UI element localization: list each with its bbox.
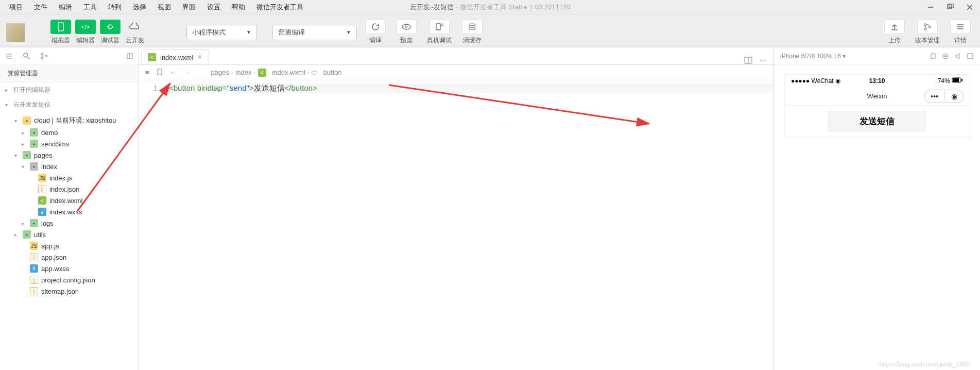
tree-item[interactable]: ▸▪demo (0, 127, 139, 138)
rotate-icon[interactable] (930, 53, 937, 60)
tree-item[interactable]: ▾▪index (0, 161, 139, 172)
collapse-icon[interactable] (126, 53, 133, 60)
capsule-menu-icon[interactable]: ••• (924, 90, 945, 103)
editor-button[interactable]: </> 编辑器 (75, 20, 96, 45)
tree-item-label: project.config.json (41, 276, 95, 284)
editor-label: 编辑器 (76, 36, 95, 45)
crumb-file[interactable]: < index.wxml (258, 69, 305, 77)
tree-item[interactable]: {}index.json (0, 183, 139, 195)
maximize-icon[interactable] (944, 1, 956, 13)
list-icon[interactable] (5, 53, 13, 60)
tree-item[interactable]: JSapp.js (0, 240, 139, 251)
phone-icon (50, 20, 71, 34)
upload-button[interactable]: 上传 (881, 20, 908, 45)
file-icon: ▪ (23, 230, 31, 239)
tree-item-label: index.wxml (49, 197, 82, 205)
crumb-pages[interactable]: pages (211, 69, 229, 77)
close-icon[interactable] (964, 1, 976, 13)
menu-tool[interactable]: 工具 (78, 2, 102, 13)
mode-label: 小程序模式 (192, 28, 226, 37)
tree-item-label: index.json (49, 186, 80, 193)
menu-view[interactable]: 视图 (152, 2, 176, 13)
popout-icon[interactable] (967, 53, 974, 60)
editor-panel: < index.wxml ✕ ⋯ ≡ ← → pages› index› < i… (139, 47, 774, 370)
cloud-icon (125, 20, 145, 34)
menu-file[interactable]: 文件 (29, 2, 53, 13)
tree-item[interactable]: {}app.json (0, 251, 139, 263)
file-icon: JS (30, 242, 38, 250)
version-button[interactable]: 版本管理 (912, 20, 943, 45)
simulator-button[interactable]: 模拟器 (50, 20, 71, 45)
back-icon[interactable]: ← (170, 69, 177, 76)
tree-item[interactable]: ▾▪pages (0, 149, 139, 161)
svg-point-30 (45, 55, 47, 57)
avatar[interactable] (6, 23, 25, 42)
tree-item[interactable]: <index.wxml (0, 195, 139, 206)
tree-item[interactable]: ▸▪utils (0, 229, 139, 240)
file-icon: ▪ (23, 116, 31, 125)
explorer-title: 资源管理器 (0, 65, 139, 82)
device-selector[interactable]: iPhone 6/7/8 100% 16 ▾ (780, 53, 846, 60)
menu-devtools[interactable]: 微信开发者工具 (251, 2, 308, 13)
chevron-icon: ▸ (22, 221, 27, 226)
capsule-button[interactable]: ••• ◉ (924, 90, 964, 103)
tree-item[interactable]: ▸▪logs (0, 217, 139, 229)
crumb-button[interactable]: ⬭ button (312, 69, 342, 77)
menu-select[interactable]: 选择 (128, 2, 151, 13)
mute-icon[interactable] (954, 53, 961, 60)
search-icon[interactable] (23, 52, 31, 60)
capsule-close-icon[interactable]: ◉ (945, 90, 964, 103)
compile-mode-dropdown[interactable]: 普通编译 ▼ (272, 25, 357, 40)
code-area[interactable]: 1 <button bindtap="send">发送短信</button> (139, 80, 773, 370)
more-icon[interactable]: ⋯ (760, 57, 766, 64)
menu-goto[interactable]: 转到 (103, 2, 127, 13)
svg-rect-36 (931, 54, 935, 59)
tree-item[interactable]: JSindex.js (0, 172, 139, 183)
menu-help[interactable]: 帮助 (227, 2, 250, 13)
code-content[interactable]: <button bindtap="send">发送短信</button> (164, 80, 773, 370)
tree-item-label: cloud | 当前环境: xiaoshitou (34, 116, 116, 125)
tree-item[interactable]: ▾▪cloud | 当前环境: xiaoshitou (0, 114, 139, 127)
toolbar: 模拟器 </> 编辑器 调试器 云开发 小程序模式 ▼ 普通编译 ▼ 编译 预览… (0, 14, 980, 47)
file-icon: {} (38, 185, 46, 193)
project-header[interactable]: ▾云开发发短信 (0, 97, 139, 112)
git-icon[interactable] (40, 52, 48, 60)
tab-index-wxml[interactable]: < index.wxml ✕ (141, 49, 209, 64)
tree-item[interactable]: {}sitemap.json (0, 285, 139, 297)
remote-debug-button[interactable]: 真机调试 (424, 20, 455, 45)
split-icon[interactable] (744, 57, 752, 64)
tree-item[interactable]: {}project.config.json (0, 274, 139, 285)
svg-rect-39 (968, 54, 973, 59)
tree-item[interactable]: ▸▪sendSms (0, 138, 139, 149)
compile-button[interactable]: 编译 (362, 20, 389, 45)
tree-item[interactable]: #index.wxss (0, 206, 139, 217)
svg-point-18 (924, 28, 926, 30)
tree-item-label: utils (34, 231, 46, 239)
minimize-icon[interactable] (924, 1, 937, 13)
menu-settings[interactable]: 设置 (202, 2, 226, 13)
menu-project[interactable]: 项目 (4, 2, 28, 13)
svg-point-19 (929, 26, 931, 28)
bookmark-icon[interactable] (157, 69, 163, 76)
send-sms-button[interactable]: 发送短信 (828, 111, 926, 131)
menu-interface[interactable]: 界面 (177, 2, 201, 13)
tree-item[interactable]: #app.wxss (0, 263, 139, 274)
svg-point-10 (402, 24, 410, 29)
forward-icon[interactable]: → (184, 69, 191, 76)
crumb-index[interactable]: index (235, 69, 251, 77)
compile-group: 编译 预览 真机调试 清缓存 (362, 20, 486, 45)
clear-cache-button[interactable]: 清缓存 (459, 20, 486, 45)
file-icon: ▪ (30, 162, 38, 171)
close-tab-icon[interactable]: ✕ (197, 54, 202, 61)
record-icon[interactable] (942, 53, 949, 60)
menu-edit[interactable]: 编辑 (54, 2, 77, 13)
branch-icon (917, 20, 938, 34)
preview-button[interactable]: 预览 (393, 20, 420, 45)
mode-dropdown[interactable]: 小程序模式 ▼ (186, 25, 257, 40)
svg-point-7 (108, 25, 112, 29)
outline-icon[interactable]: ≡ (145, 69, 149, 76)
debugger-button[interactable]: 调试器 (100, 20, 121, 45)
open-editors-header[interactable]: ▸打开的编辑器 (0, 82, 139, 97)
detail-button[interactable]: 详情 (947, 20, 974, 45)
cloud-button[interactable]: 云开发 (125, 20, 145, 45)
